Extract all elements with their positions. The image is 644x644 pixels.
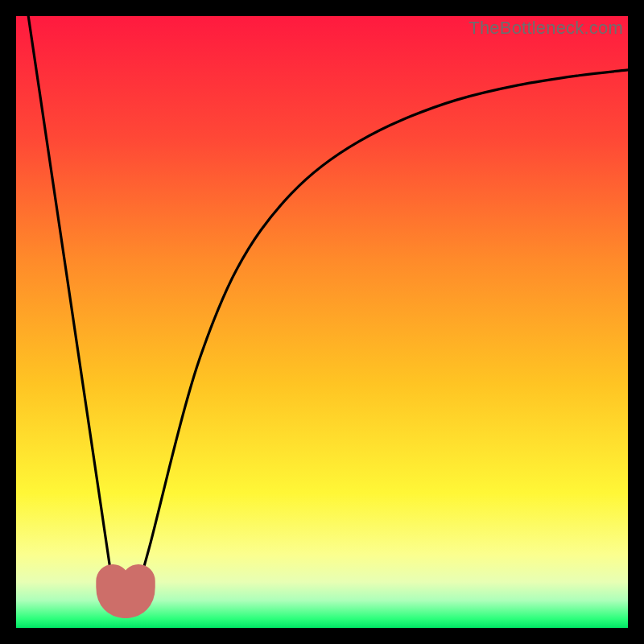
chart-plot: [16, 16, 628, 628]
watermark-text: TheBottleneck.com: [469, 18, 623, 39]
gradient-background: [16, 16, 628, 628]
chart-frame: TheBottleneck.com: [16, 16, 628, 628]
minimum-marker: [113, 581, 138, 602]
